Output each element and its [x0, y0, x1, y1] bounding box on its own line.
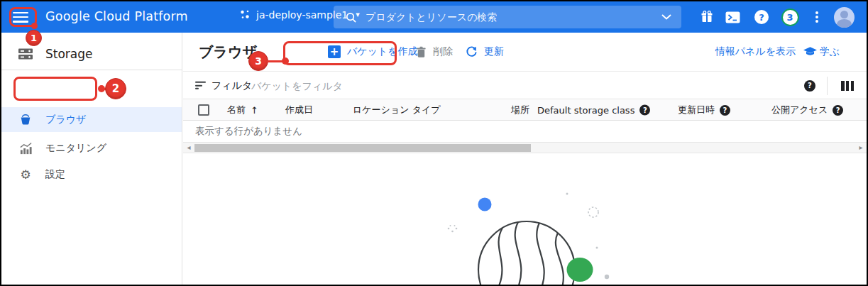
- column-display-options-button[interactable]: [841, 81, 854, 91]
- annotation-step-3-badge: 3: [248, 51, 268, 71]
- column-header-location-type[interactable]: ロケーション タイプ: [353, 104, 441, 116]
- help-icon[interactable]: ?: [720, 105, 730, 116]
- filter-help-icon[interactable]: ?: [804, 80, 815, 92]
- scroll-left-arrow[interactable]: ◂: [185, 143, 193, 152]
- sidebar-item-label: モニタリング: [45, 142, 106, 155]
- column-header-storage-class[interactable]: Default storage class ?: [537, 105, 650, 116]
- trash-icon: [416, 46, 427, 58]
- sidebar-item-monitoring[interactable]: モニタリング: [1, 137, 182, 160]
- sidebar-item-settings[interactable]: ⚙ 設定: [1, 163, 182, 186]
- filter-divider: [827, 77, 828, 95]
- yarn-ball-sphere: [478, 221, 575, 286]
- cloud-shell-button[interactable]: [723, 1, 742, 33]
- main-content: ブラウザ + バケットを作成 削除 更新 情報パネ: [183, 33, 867, 285]
- filter-label: フィルタ: [211, 79, 252, 92]
- help-icon[interactable]: ?: [833, 105, 843, 116]
- more-options-button[interactable]: [811, 1, 823, 33]
- avatar: [834, 7, 855, 28]
- bucket-icon: [18, 114, 33, 126]
- notifications-button[interactable]: 3: [779, 1, 801, 33]
- annotation-step-1-badge: 1: [26, 30, 42, 46]
- product-title: Storage: [45, 47, 93, 61]
- empty-message: 表示する行がありません: [195, 125, 302, 138]
- learn-label: 学ぶ: [820, 45, 840, 58]
- gear-icon: ⚙: [18, 169, 33, 181]
- green-dot: [567, 258, 593, 282]
- sort-ascending-icon[interactable]: ↑: [251, 105, 258, 116]
- blue-dot: [478, 198, 492, 211]
- dotted-circle: [588, 207, 598, 217]
- annotation-connector-dot: [31, 23, 38, 29]
- column-header-location[interactable]: 場所: [511, 104, 529, 116]
- show-info-panel-button[interactable]: 情報パネルを表示: [715, 45, 796, 58]
- select-all-checkbox[interactable]: [198, 104, 209, 116]
- gcp-storage-browser-screen: Google Cloud Platform ja-deploy-sample1 …: [0, 0, 868, 286]
- sidebar-item-label: ブラウザ: [45, 114, 86, 126]
- scroll-right-arrow[interactable]: ▸: [857, 143, 865, 152]
- empty-state-illustration: [427, 172, 661, 286]
- help-button[interactable]: ?: [752, 1, 771, 33]
- column-header-name[interactable]: 名前 ↑: [227, 104, 258, 116]
- annotation-box-browser: [13, 77, 97, 101]
- refresh-icon: [466, 46, 478, 58]
- search-chevron-down-icon: [650, 14, 671, 20]
- table-header-row: 名前 ↑ 作成日 ロケーション タイプ 場所 Default storage c…: [183, 100, 867, 121]
- column-header-public-access[interactable]: 公開アクセス ?: [771, 104, 843, 116]
- refresh-button[interactable]: 更新: [466, 45, 504, 58]
- top-app-bar: Google Cloud Platform ja-deploy-sample1 …: [1, 1, 867, 33]
- filter-buckets-input[interactable]: [251, 80, 549, 92]
- search-icon: [345, 11, 357, 23]
- storage-product-icon: [17, 45, 34, 62]
- help-icon: ?: [754, 10, 769, 24]
- graduation-cap-icon: [803, 47, 817, 57]
- project-icon: [239, 9, 251, 21]
- sidebar-divider: [1, 70, 182, 70]
- learn-button[interactable]: 学ぶ: [803, 45, 840, 58]
- annotation-box-create-bucket: [283, 41, 397, 65]
- filter-icon: [195, 79, 206, 91]
- gift-icon: [701, 11, 713, 23]
- gcp-logo[interactable]: Google Cloud Platform: [45, 9, 188, 23]
- refresh-label: 更新: [484, 45, 504, 58]
- product-header: Storage: [1, 43, 93, 65]
- sidebar-item-browser[interactable]: ブラウザ: [1, 107, 182, 132]
- help-icon[interactable]: ?: [639, 105, 650, 116]
- monitoring-chart-icon: [18, 142, 33, 155]
- horizontal-scrollbar[interactable]: ◂ ▸: [183, 142, 867, 153]
- delete-button[interactable]: 削除: [416, 45, 453, 58]
- column-header-updated[interactable]: 更新日時 ?: [678, 104, 730, 116]
- scrollbar-thumb[interactable]: [194, 144, 531, 152]
- free-trial-gift-button[interactable]: [698, 1, 716, 33]
- vertical-dots-icon: [815, 10, 818, 25]
- search-bar[interactable]: [334, 6, 681, 28]
- annotation-step-2-badge: 2: [105, 78, 126, 99]
- account-button[interactable]: [832, 1, 856, 33]
- sidebar: Storage ブラウザ モニタ: [1, 33, 182, 285]
- filter-bar: フィルタ ?: [183, 72, 867, 99]
- terminal-icon: [725, 11, 740, 23]
- column-header-created[interactable]: 作成日: [285, 104, 313, 116]
- sidebar-item-label: 設定: [45, 168, 65, 181]
- empty-table-row: 表示する行がありません: [183, 121, 867, 141]
- delete-label: 削除: [433, 45, 453, 58]
- search-input[interactable]: [366, 11, 650, 23]
- notification-count-badge: 3: [781, 9, 799, 26]
